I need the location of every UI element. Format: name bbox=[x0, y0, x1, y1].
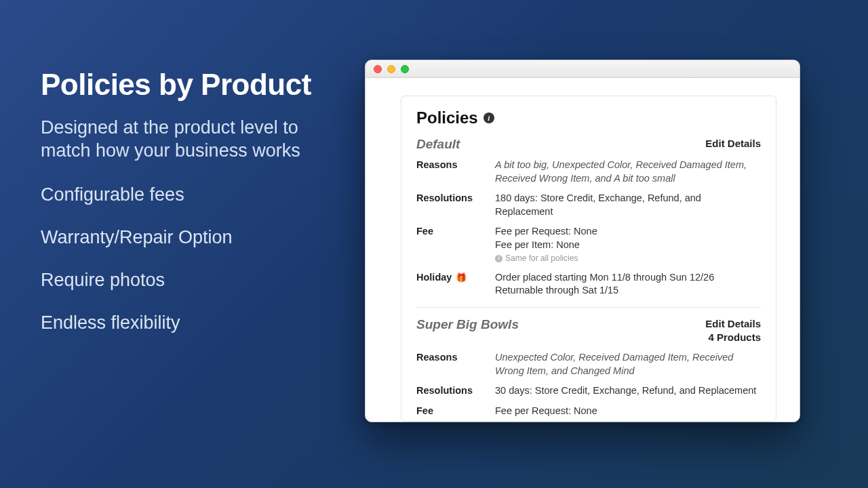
policies-panel: Policies i Default Edit Details Reasons … bbox=[401, 96, 776, 422]
fee-per-item: Fee per Item: None bbox=[495, 239, 761, 252]
gift-icon: 🎁 bbox=[456, 272, 467, 284]
marketing-bullet-flex: Endless flexibility bbox=[41, 312, 346, 333]
edit-details-link[interactable]: Edit Details bbox=[705, 137, 761, 150]
edit-details-link[interactable]: Edit Details bbox=[705, 317, 761, 331]
marketing-title: Policies by Product bbox=[41, 68, 346, 102]
fee-per-request: Fee per Request: None bbox=[495, 225, 761, 239]
label-holiday: Holiday 🎁 bbox=[416, 271, 495, 285]
value-fee: Fee per Request: None Fee per Item: None… bbox=[495, 225, 761, 264]
section-name-super-big-bowls: Super Big Bowls bbox=[416, 317, 519, 332]
row-resolutions: Resolutions 30 days: Store Credit, Excha… bbox=[416, 384, 761, 398]
value-reasons: Unexpected Color, Received Damaged Item,… bbox=[495, 351, 761, 378]
label-fee: Fee bbox=[416, 225, 495, 239]
minimize-icon[interactable] bbox=[387, 65, 395, 73]
label-fee: Fee bbox=[416, 405, 495, 418]
value-fee: Fee per Request: None bbox=[495, 405, 761, 418]
marketing-bullet-warranty: Warranty/Repair Option bbox=[41, 227, 346, 248]
value-reasons: A bit too big, Unexpected Color, Receive… bbox=[495, 159, 761, 185]
close-icon[interactable] bbox=[374, 65, 382, 73]
row-reasons: Reasons A bit too big, Unexpected Color,… bbox=[416, 159, 761, 185]
products-count-link[interactable]: 4 Products bbox=[705, 331, 761, 344]
section-header-default: Default Edit Details bbox=[416, 137, 761, 152]
panel-title-row: Policies i bbox=[416, 108, 761, 127]
fee-hint: i Same for all policies bbox=[495, 253, 761, 264]
row-fee: Fee Fee per Request: None bbox=[416, 405, 761, 418]
row-resolutions: Resolutions 180 days: Store Credit, Exch… bbox=[416, 192, 761, 218]
marketing-bullet-photos: Require photos bbox=[41, 270, 346, 291]
marketing-subtitle: Designed at the product level to match h… bbox=[41, 117, 346, 163]
value-holiday: Order placed starting Mon 11/8 through S… bbox=[495, 271, 761, 298]
zoom-icon[interactable] bbox=[401, 65, 409, 73]
value-resolutions: 180 days: Store Credit, Exchange, Refund… bbox=[495, 192, 761, 218]
holiday-returnable: Returnable through Sat 1/15 bbox=[495, 284, 761, 298]
label-resolutions: Resolutions bbox=[416, 384, 495, 398]
info-icon: i bbox=[495, 255, 502, 262]
marketing-bullet-fees: Configurable fees bbox=[41, 184, 346, 205]
section-name-default: Default bbox=[416, 137, 460, 152]
row-holiday: Holiday 🎁 Order placed starting Mon 11/8… bbox=[416, 271, 761, 298]
row-reasons: Reasons Unexpected Color, Received Damag… bbox=[416, 351, 761, 378]
section-header-super-big-bowls: Super Big Bowls Edit Details 4 Products bbox=[416, 317, 761, 345]
label-resolutions: Resolutions bbox=[416, 192, 495, 205]
label-reasons: Reasons bbox=[416, 159, 495, 172]
panel-title: Policies bbox=[416, 108, 478, 127]
marketing-copy: Policies by Product Designed at the prod… bbox=[41, 68, 346, 333]
info-icon[interactable]: i bbox=[484, 113, 494, 123]
fee-hint-text: Same for all policies bbox=[505, 253, 578, 264]
window-titlebar bbox=[366, 60, 800, 78]
value-resolutions: 30 days: Store Credit, Exchange, Refund,… bbox=[495, 384, 761, 398]
label-reasons: Reasons bbox=[416, 351, 495, 365]
app-window: Policies i Default Edit Details Reasons … bbox=[365, 60, 800, 422]
holiday-range: Order placed starting Mon 11/8 through S… bbox=[495, 271, 761, 285]
row-fee: Fee Fee per Request: None Fee per Item: … bbox=[416, 225, 761, 264]
section-divider bbox=[416, 307, 761, 308]
